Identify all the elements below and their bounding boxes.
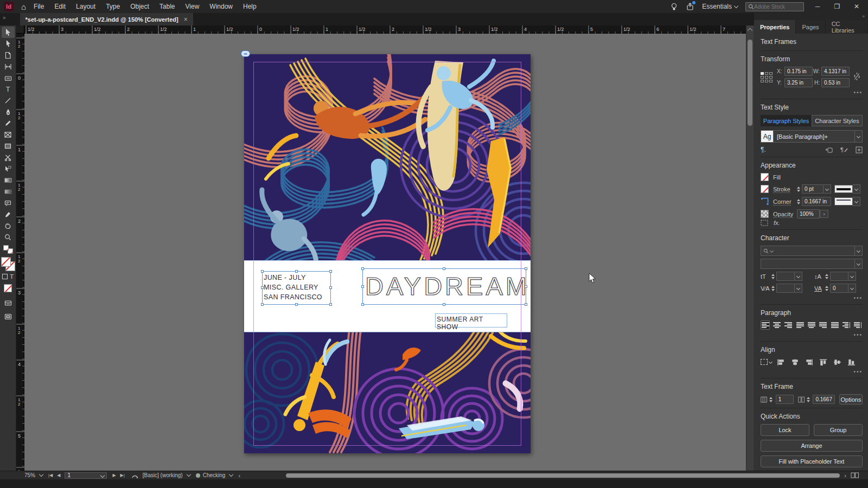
selection-handle[interactable] [295, 270, 298, 273]
share-icon[interactable] [686, 2, 694, 11]
inset-stepper[interactable] [807, 397, 810, 402]
character-more-options[interactable]: ••• [761, 295, 863, 301]
formatting-affects-container-button[interactable] [2, 274, 8, 279]
leading-input[interactable] [830, 272, 848, 281]
fill-stroke-indicator[interactable] [1, 257, 15, 271]
next-page-button[interactable]: ▶ [112, 473, 116, 478]
opacity-label[interactable]: Opacity [773, 211, 797, 217]
menu-object[interactable]: Object [130, 3, 149, 10]
postcard-front-artwork[interactable] [244, 54, 531, 260]
eyedropper-tool[interactable] [2, 209, 15, 220]
stroke-style-chevron[interactable] [853, 184, 860, 194]
edit-style-icon[interactable]: ¶ [840, 146, 848, 153]
scroll-up-icon[interactable] [748, 28, 753, 34]
screen-mode-button[interactable] [2, 311, 15, 322]
restore-button[interactable]: ❐ [831, 3, 843, 10]
justify-center-button[interactable] [807, 320, 816, 330]
tracking-stepper[interactable] [825, 286, 830, 291]
zoom-tool[interactable] [2, 232, 15, 243]
x-input[interactable]: 0.175 in [784, 67, 813, 76]
line-tool[interactable] [2, 95, 15, 106]
selection-handle[interactable] [329, 270, 332, 273]
font-size-stepper[interactable] [771, 274, 776, 279]
horizontal-scroll-thumb[interactable] [286, 473, 840, 478]
vertical-scrollbar[interactable] [746, 25, 754, 479]
selection-handle[interactable] [261, 286, 264, 289]
preflight-gauge-icon[interactable] [131, 473, 138, 478]
stroke-label[interactable]: Stroke [773, 186, 797, 192]
pasteboard[interactable]: JUNE - JULY MISC. GALLERY SAN FRANCISCO … [24, 34, 746, 471]
kerning-input[interactable] [776, 284, 795, 293]
text-frame-options-button[interactable]: Options [839, 394, 863, 404]
vertical-scroll-thumb[interactable] [748, 40, 752, 126]
postcard-document[interactable]: JUNE - JULY MISC. GALLERY SAN FRANCISCO … [244, 54, 531, 453]
selection-handle[interactable] [443, 303, 445, 306]
minimize-button[interactable]: ─ [812, 3, 824, 10]
style-dropdown-chevron[interactable] [855, 130, 863, 143]
fx-icon[interactable]: fx. [774, 220, 780, 226]
columns-input[interactable]: 1 [776, 395, 794, 404]
constrain-proportions-broken-link-icon[interactable] [853, 72, 860, 82]
page-number-select[interactable]: 1 [65, 472, 107, 479]
gradient-feather-tool[interactable] [2, 186, 15, 197]
justify-left-button[interactable] [795, 320, 805, 330]
corner-radius-stepper[interactable] [797, 199, 802, 204]
justify-all-button[interactable] [830, 320, 839, 330]
align-away-from-spine-button[interactable] [853, 320, 863, 330]
banner-text-frame[interactable]: SUMMER ART SHOW [435, 313, 507, 328]
lock-button[interactable]: Lock [761, 424, 809, 436]
paragraph-style-select[interactable]: [Basic Paragraph]+ [774, 130, 855, 143]
preflight-profile-select[interactable]: [Basic] (working) [143, 472, 190, 478]
align-more-options[interactable]: ••• [761, 369, 863, 375]
pilcrow-icon[interactable]: ¶. [761, 146, 766, 153]
align-center-button[interactable] [772, 320, 781, 330]
selection-handle[interactable] [261, 303, 264, 306]
font-style-chevron[interactable] [855, 259, 863, 269]
first-page-button[interactable]: |◀ [48, 473, 53, 478]
selection-handle[interactable] [329, 286, 332, 289]
panel-expand-icon[interactable]: » [3, 15, 6, 21]
menu-window[interactable]: Window [209, 3, 233, 10]
font-size-chevron[interactable] [795, 272, 802, 281]
reference-point-selector[interactable] [761, 72, 773, 82]
selection-handle[interactable] [525, 285, 527, 288]
document-tab[interactable]: *set-up-a-postcard_END_V2.indd @ 150% [C… [20, 13, 193, 25]
zoom-level-select[interactable]: 75% [24, 472, 43, 478]
justify-right-button[interactable] [819, 320, 828, 330]
font-family-chevron[interactable] [855, 246, 863, 256]
align-to-selector[interactable] [761, 359, 772, 365]
selection-handle[interactable] [361, 267, 364, 270]
previous-page-button[interactable]: ◀ [57, 473, 60, 478]
menu-file[interactable]: File [34, 3, 44, 10]
dates-text-frame[interactable]: JUNE - JULY MISC. GALLERY SAN FRANCISCO [262, 271, 331, 305]
group-button[interactable]: Group [814, 424, 863, 436]
corner-shape-chevron[interactable] [853, 197, 860, 206]
fill-stroke-small-indicator[interactable] [3, 245, 13, 254]
tracking-chevron[interactable] [848, 284, 856, 293]
free-transform-tool[interactable] [2, 163, 15, 175]
align-right-button[interactable] [784, 320, 793, 330]
tab-cc-libraries[interactable]: CC Libraries [826, 20, 868, 34]
pen-tool[interactable] [2, 106, 15, 118]
scissors-tool[interactable] [2, 152, 15, 163]
corner-shape-swatch[interactable] [834, 197, 853, 206]
fill-color-swatch[interactable] [761, 173, 769, 181]
align-vertical-centers-button[interactable] [832, 357, 843, 367]
y-input[interactable]: 3.25 in [784, 78, 813, 87]
headline-text-frame[interactable]: DAYDREAM [362, 268, 526, 305]
menu-layout[interactable]: Layout [76, 3, 95, 10]
menu-view[interactable]: View [186, 3, 200, 10]
columns-stepper[interactable] [769, 397, 773, 402]
height-input[interactable]: 0.53 in [821, 78, 850, 87]
stock-search-input[interactable] [754, 4, 797, 10]
direct-selection-tool[interactable] [2, 38, 15, 49]
selection-handle[interactable] [295, 303, 298, 306]
learn-lightbulb-icon[interactable] [669, 2, 678, 11]
last-page-button[interactable]: ▶| [120, 473, 125, 478]
selection-handle[interactable] [443, 267, 445, 270]
menu-edit[interactable]: Edit [54, 3, 66, 10]
selection-handle[interactable] [361, 285, 364, 288]
hand-tool[interactable] [2, 220, 15, 232]
align-bottom-edges-button[interactable] [846, 357, 857, 367]
link-badge-icon[interactable]: ∞ [241, 50, 250, 57]
